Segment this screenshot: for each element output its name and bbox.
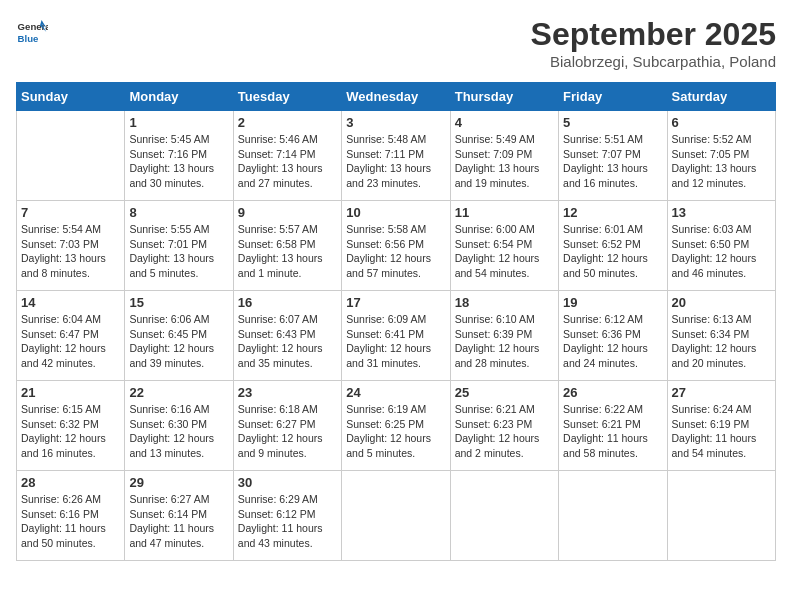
calendar-cell: 12Sunrise: 6:01 AM Sunset: 6:52 PM Dayli…	[559, 201, 667, 291]
calendar-cell: 3Sunrise: 5:48 AM Sunset: 7:11 PM Daylig…	[342, 111, 450, 201]
logo: General Blue	[16, 16, 48, 48]
day-info: Sunrise: 6:12 AM Sunset: 6:36 PM Dayligh…	[563, 312, 662, 371]
calendar-cell: 17Sunrise: 6:09 AM Sunset: 6:41 PM Dayli…	[342, 291, 450, 381]
day-info: Sunrise: 5:48 AM Sunset: 7:11 PM Dayligh…	[346, 132, 445, 191]
day-number: 21	[21, 385, 120, 400]
calendar-cell: 27Sunrise: 6:24 AM Sunset: 6:19 PM Dayli…	[667, 381, 775, 471]
day-number: 1	[129, 115, 228, 130]
calendar-cell: 29Sunrise: 6:27 AM Sunset: 6:14 PM Dayli…	[125, 471, 233, 561]
day-number: 20	[672, 295, 771, 310]
weekday-header-monday: Monday	[125, 83, 233, 111]
day-number: 26	[563, 385, 662, 400]
day-info: Sunrise: 6:29 AM Sunset: 6:12 PM Dayligh…	[238, 492, 337, 551]
calendar-cell: 9Sunrise: 5:57 AM Sunset: 6:58 PM Daylig…	[233, 201, 341, 291]
day-number: 29	[129, 475, 228, 490]
day-info: Sunrise: 6:18 AM Sunset: 6:27 PM Dayligh…	[238, 402, 337, 461]
calendar-week-4: 21Sunrise: 6:15 AM Sunset: 6:32 PM Dayli…	[17, 381, 776, 471]
calendar-cell: 6Sunrise: 5:52 AM Sunset: 7:05 PM Daylig…	[667, 111, 775, 201]
day-info: Sunrise: 6:03 AM Sunset: 6:50 PM Dayligh…	[672, 222, 771, 281]
day-number: 30	[238, 475, 337, 490]
day-number: 6	[672, 115, 771, 130]
day-info: Sunrise: 5:45 AM Sunset: 7:16 PM Dayligh…	[129, 132, 228, 191]
calendar-cell: 7Sunrise: 5:54 AM Sunset: 7:03 PM Daylig…	[17, 201, 125, 291]
calendar-cell: 28Sunrise: 6:26 AM Sunset: 6:16 PM Dayli…	[17, 471, 125, 561]
day-number: 18	[455, 295, 554, 310]
day-number: 7	[21, 205, 120, 220]
calendar-cell: 25Sunrise: 6:21 AM Sunset: 6:23 PM Dayli…	[450, 381, 558, 471]
weekday-header-saturday: Saturday	[667, 83, 775, 111]
weekday-header-tuesday: Tuesday	[233, 83, 341, 111]
day-info: Sunrise: 6:21 AM Sunset: 6:23 PM Dayligh…	[455, 402, 554, 461]
day-info: Sunrise: 6:07 AM Sunset: 6:43 PM Dayligh…	[238, 312, 337, 371]
calendar-table: SundayMondayTuesdayWednesdayThursdayFrid…	[16, 82, 776, 561]
calendar-cell: 4Sunrise: 5:49 AM Sunset: 7:09 PM Daylig…	[450, 111, 558, 201]
calendar-cell	[17, 111, 125, 201]
day-number: 23	[238, 385, 337, 400]
day-info: Sunrise: 5:46 AM Sunset: 7:14 PM Dayligh…	[238, 132, 337, 191]
calendar-week-2: 7Sunrise: 5:54 AM Sunset: 7:03 PM Daylig…	[17, 201, 776, 291]
day-info: Sunrise: 6:09 AM Sunset: 6:41 PM Dayligh…	[346, 312, 445, 371]
calendar-week-5: 28Sunrise: 6:26 AM Sunset: 6:16 PM Dayli…	[17, 471, 776, 561]
calendar-cell	[559, 471, 667, 561]
day-info: Sunrise: 6:01 AM Sunset: 6:52 PM Dayligh…	[563, 222, 662, 281]
day-info: Sunrise: 6:13 AM Sunset: 6:34 PM Dayligh…	[672, 312, 771, 371]
day-number: 4	[455, 115, 554, 130]
calendar-cell: 22Sunrise: 6:16 AM Sunset: 6:30 PM Dayli…	[125, 381, 233, 471]
calendar-cell	[450, 471, 558, 561]
day-number: 27	[672, 385, 771, 400]
day-number: 14	[21, 295, 120, 310]
day-number: 22	[129, 385, 228, 400]
day-info: Sunrise: 6:00 AM Sunset: 6:54 PM Dayligh…	[455, 222, 554, 281]
day-number: 3	[346, 115, 445, 130]
day-number: 2	[238, 115, 337, 130]
calendar-cell: 30Sunrise: 6:29 AM Sunset: 6:12 PM Dayli…	[233, 471, 341, 561]
day-number: 24	[346, 385, 445, 400]
weekday-header-thursday: Thursday	[450, 83, 558, 111]
calendar-cell: 11Sunrise: 6:00 AM Sunset: 6:54 PM Dayli…	[450, 201, 558, 291]
day-number: 12	[563, 205, 662, 220]
day-number: 13	[672, 205, 771, 220]
day-info: Sunrise: 5:54 AM Sunset: 7:03 PM Dayligh…	[21, 222, 120, 281]
day-number: 17	[346, 295, 445, 310]
day-number: 8	[129, 205, 228, 220]
calendar-cell: 5Sunrise: 5:51 AM Sunset: 7:07 PM Daylig…	[559, 111, 667, 201]
day-number: 11	[455, 205, 554, 220]
calendar-cell: 8Sunrise: 5:55 AM Sunset: 7:01 PM Daylig…	[125, 201, 233, 291]
day-number: 15	[129, 295, 228, 310]
day-number: 10	[346, 205, 445, 220]
calendar-cell: 10Sunrise: 5:58 AM Sunset: 6:56 PM Dayli…	[342, 201, 450, 291]
day-info: Sunrise: 5:49 AM Sunset: 7:09 PM Dayligh…	[455, 132, 554, 191]
logo-icon: General Blue	[16, 16, 48, 48]
day-info: Sunrise: 6:16 AM Sunset: 6:30 PM Dayligh…	[129, 402, 228, 461]
calendar-cell: 21Sunrise: 6:15 AM Sunset: 6:32 PM Dayli…	[17, 381, 125, 471]
calendar-week-3: 14Sunrise: 6:04 AM Sunset: 6:47 PM Dayli…	[17, 291, 776, 381]
calendar-cell: 18Sunrise: 6:10 AM Sunset: 6:39 PM Dayli…	[450, 291, 558, 381]
day-info: Sunrise: 6:27 AM Sunset: 6:14 PM Dayligh…	[129, 492, 228, 551]
day-info: Sunrise: 5:52 AM Sunset: 7:05 PM Dayligh…	[672, 132, 771, 191]
calendar-cell: 14Sunrise: 6:04 AM Sunset: 6:47 PM Dayli…	[17, 291, 125, 381]
day-info: Sunrise: 5:51 AM Sunset: 7:07 PM Dayligh…	[563, 132, 662, 191]
day-number: 19	[563, 295, 662, 310]
calendar-cell: 1Sunrise: 5:45 AM Sunset: 7:16 PM Daylig…	[125, 111, 233, 201]
svg-text:Blue: Blue	[18, 33, 39, 44]
weekday-header-friday: Friday	[559, 83, 667, 111]
calendar-cell: 23Sunrise: 6:18 AM Sunset: 6:27 PM Dayli…	[233, 381, 341, 471]
day-number: 9	[238, 205, 337, 220]
calendar-cell: 19Sunrise: 6:12 AM Sunset: 6:36 PM Dayli…	[559, 291, 667, 381]
svg-text:General: General	[18, 21, 48, 32]
calendar-cell	[667, 471, 775, 561]
day-info: Sunrise: 6:24 AM Sunset: 6:19 PM Dayligh…	[672, 402, 771, 461]
day-info: Sunrise: 6:04 AM Sunset: 6:47 PM Dayligh…	[21, 312, 120, 371]
weekday-header-wednesday: Wednesday	[342, 83, 450, 111]
day-info: Sunrise: 6:19 AM Sunset: 6:25 PM Dayligh…	[346, 402, 445, 461]
calendar-cell: 20Sunrise: 6:13 AM Sunset: 6:34 PM Dayli…	[667, 291, 775, 381]
page-header: General Blue September 2025 Bialobrzegi,…	[16, 16, 776, 70]
calendar-cell: 24Sunrise: 6:19 AM Sunset: 6:25 PM Dayli…	[342, 381, 450, 471]
calendar-cell: 13Sunrise: 6:03 AM Sunset: 6:50 PM Dayli…	[667, 201, 775, 291]
day-info: Sunrise: 6:15 AM Sunset: 6:32 PM Dayligh…	[21, 402, 120, 461]
calendar-week-1: 1Sunrise: 5:45 AM Sunset: 7:16 PM Daylig…	[17, 111, 776, 201]
day-info: Sunrise: 5:55 AM Sunset: 7:01 PM Dayligh…	[129, 222, 228, 281]
day-info: Sunrise: 6:06 AM Sunset: 6:45 PM Dayligh…	[129, 312, 228, 371]
calendar-cell: 26Sunrise: 6:22 AM Sunset: 6:21 PM Dayli…	[559, 381, 667, 471]
location: Bialobrzegi, Subcarpathia, Poland	[531, 53, 776, 70]
